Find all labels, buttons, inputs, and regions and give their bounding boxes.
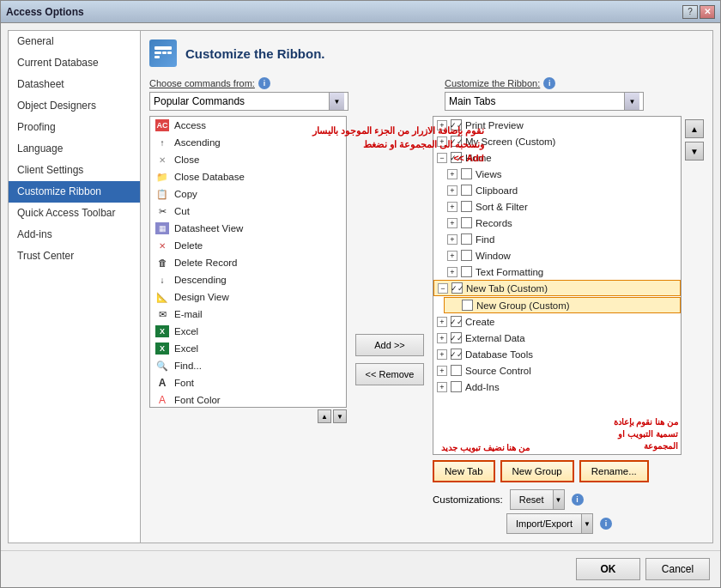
tree-item-new-group-custom[interactable]: New Group (Custom) xyxy=(444,297,681,313)
expand-add-ins[interactable]: + xyxy=(437,382,447,392)
list-item[interactable]: X Excel xyxy=(150,323,346,340)
check-sort-filter[interactable] xyxy=(461,201,472,212)
import-export-button[interactable]: Import/Export xyxy=(506,513,581,534)
customizations-info[interactable]: i xyxy=(572,494,584,506)
tree-item-home[interactable]: − ✓ Home xyxy=(433,149,681,166)
list-item[interactable]: ✕ Delete xyxy=(150,237,346,254)
tree-scroll-up[interactable]: ▲ xyxy=(685,119,704,138)
commands-from-dropdown[interactable]: Popular Commands ▼ xyxy=(149,92,348,111)
import-export-info[interactable]: i xyxy=(600,518,612,530)
ribbon-info[interactable]: i xyxy=(543,77,555,89)
list-item[interactable]: ✂ Cut xyxy=(150,203,346,220)
list-item[interactable]: 📐 Design View xyxy=(150,288,346,306)
list-item[interactable]: A Font xyxy=(150,374,346,391)
list-item[interactable]: 📋 Copy xyxy=(150,185,346,203)
import-export-dropdown[interactable]: ▼ xyxy=(581,513,593,534)
list-item[interactable]: 📁 Close Database xyxy=(150,168,346,185)
expand-create[interactable]: + xyxy=(437,317,447,327)
list-item[interactable]: ▦ Datasheet View xyxy=(150,220,346,237)
expand-my-screen[interactable]: + xyxy=(437,136,447,147)
check-add-ins[interactable] xyxy=(451,381,462,392)
new-group-button[interactable]: New Group xyxy=(500,460,574,482)
tree-item-source-control[interactable]: + Source Control xyxy=(433,362,681,379)
remove-button[interactable]: << Remove xyxy=(355,363,424,385)
expand-new-tab[interactable]: − xyxy=(438,283,448,294)
expand-text-formatting[interactable]: + xyxy=(447,267,457,277)
commands-list[interactable]: AC Access ↑ Ascending ✕ Close xyxy=(149,116,347,408)
sidebar-item-proofing[interactable]: Proofing xyxy=(9,117,140,138)
commands-from-info[interactable]: i xyxy=(258,77,270,89)
list-item[interactable]: ✉ E-mail xyxy=(150,306,346,323)
check-external-data[interactable]: ✓ xyxy=(451,332,462,343)
ok-button[interactable]: OK xyxy=(576,558,640,580)
expand-database-tools[interactable]: + xyxy=(437,349,447,360)
ribbon-tree[interactable]: + ✓ Print Preview + ✓ My Screen (Custom) xyxy=(433,116,682,455)
sidebar-item-object-designers[interactable]: Object Designers xyxy=(9,95,140,117)
expand-window[interactable]: + xyxy=(447,251,457,261)
tree-item-clipboard[interactable]: + Clipboard xyxy=(444,182,681,198)
tree-item-find[interactable]: + Find xyxy=(444,231,681,247)
check-database-tools[interactable]: ✓ xyxy=(451,349,462,360)
tree-item-records[interactable]: + Records xyxy=(444,215,681,231)
sidebar-item-trust-center[interactable]: Trust Center xyxy=(9,246,140,267)
list-scroll-up[interactable]: ▲ xyxy=(318,409,331,423)
sidebar-item-quick-access-toolbar[interactable]: Quick Access Toolbar xyxy=(9,203,140,224)
list-item[interactable]: 🔍 Find... xyxy=(150,357,346,374)
list-item[interactable]: AC Access xyxy=(150,117,346,134)
list-item[interactable]: ✕ Close xyxy=(150,151,346,168)
check-my-screen[interactable]: ✓ xyxy=(451,136,462,147)
tree-item-create[interactable]: + ✓ Create xyxy=(433,313,681,330)
tree-scroll-down[interactable]: ▼ xyxy=(685,142,704,161)
expand-source-control[interactable]: + xyxy=(437,366,447,376)
check-find[interactable] xyxy=(461,233,472,245)
list-item[interactable]: X Excel xyxy=(150,340,346,357)
list-item[interactable]: ↓ Descending xyxy=(150,271,346,288)
tree-item-print-preview[interactable]: + ✓ Print Preview xyxy=(433,117,681,133)
new-tab-button[interactable]: New Tab xyxy=(433,460,495,482)
expand-clipboard[interactable]: + xyxy=(447,185,457,196)
expand-views[interactable]: + xyxy=(447,169,457,179)
help-button[interactable]: ? xyxy=(682,5,698,19)
check-new-group[interactable] xyxy=(462,300,473,311)
reset-dropdown[interactable]: ▼ xyxy=(553,489,565,510)
check-text-formatting[interactable] xyxy=(461,266,472,277)
check-create[interactable]: ✓ xyxy=(451,316,462,327)
sidebar-item-client-settings[interactable]: Client Settings xyxy=(9,160,140,181)
list-item[interactable]: A Font Color xyxy=(150,391,346,408)
tree-item-add-ins[interactable]: + Add-Ins xyxy=(433,379,681,395)
rename-button[interactable]: Rename... xyxy=(579,460,649,482)
sidebar-item-datasheet[interactable]: Datasheet xyxy=(9,74,140,95)
tree-item-views[interactable]: + Views xyxy=(444,166,681,182)
ribbon-arrow[interactable]: ▼ xyxy=(624,93,639,110)
sidebar-item-add-ins[interactable]: Add-ins xyxy=(9,224,140,246)
list-item[interactable]: 🗑 Delete Record xyxy=(150,254,346,271)
check-records[interactable] xyxy=(461,217,472,228)
expand-sort-filter[interactable]: + xyxy=(447,202,457,212)
list-item[interactable]: ↑ Ascending xyxy=(150,134,346,151)
sidebar-item-language[interactable]: Language xyxy=(9,138,140,160)
close-button[interactable]: ✕ xyxy=(700,5,715,19)
check-views[interactable] xyxy=(461,168,472,179)
cancel-button[interactable]: Cancel xyxy=(645,558,710,580)
tree-item-database-tools[interactable]: + ✓ Database Tools xyxy=(433,346,681,362)
expand-print-preview[interactable]: + xyxy=(437,120,447,130)
check-print-preview[interactable]: ✓ xyxy=(451,119,462,130)
expand-records[interactable]: + xyxy=(447,218,457,228)
tree-item-my-screen[interactable]: + ✓ My Screen (Custom) xyxy=(433,133,681,149)
tree-item-external-data[interactable]: + ✓ External Data xyxy=(433,330,681,346)
expand-home[interactable]: − xyxy=(437,153,447,163)
list-scroll-down[interactable]: ▼ xyxy=(333,409,347,423)
tree-item-new-tab-custom[interactable]: − ✓ New Tab (Custom) xyxy=(433,280,681,296)
reset-button[interactable]: Reset xyxy=(510,489,553,510)
commands-from-arrow[interactable]: ▼ xyxy=(329,93,344,110)
ribbon-dropdown[interactable]: Main Tabs ▼ xyxy=(445,92,644,111)
sidebar-item-general[interactable]: General xyxy=(9,31,140,52)
add-button[interactable]: Add >> xyxy=(355,334,424,356)
expand-external-data[interactable]: + xyxy=(437,333,447,343)
tree-item-window[interactable]: + Window xyxy=(444,247,681,264)
sidebar-item-current-database[interactable]: Current Database xyxy=(9,52,140,74)
check-home[interactable]: ✓ xyxy=(451,152,462,163)
check-window[interactable] xyxy=(461,250,472,261)
sidebar-item-customize-ribbon[interactable]: Customize Ribbon xyxy=(9,181,140,203)
check-clipboard[interactable] xyxy=(461,185,472,196)
